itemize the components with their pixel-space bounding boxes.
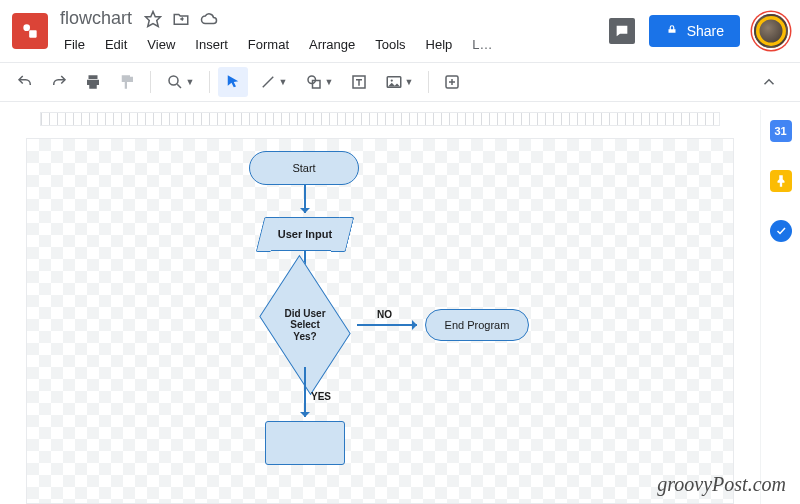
line-tool-dropdown[interactable]: ▼ <box>252 67 294 97</box>
drawing-canvas[interactable]: Start User Input Did User Select Yes? NO… <box>26 138 734 504</box>
chevron-down-icon: ▼ <box>186 77 195 87</box>
edge-label-no: NO <box>377 309 392 320</box>
flowchart-input-node[interactable]: User Input <box>270 217 340 251</box>
menu-help[interactable]: Help <box>418 33 461 56</box>
select-tool-icon[interactable] <box>218 67 248 97</box>
flowchart-input-label: User Input <box>278 228 332 240</box>
svg-rect-1 <box>29 30 36 37</box>
flowchart-decision-label: Did User Select Yes? <box>259 289 351 361</box>
flowchart-start-label: Start <box>292 162 315 174</box>
paint-format-icon[interactable] <box>112 67 142 97</box>
svg-rect-3 <box>618 28 625 29</box>
menu-file[interactable]: File <box>56 33 93 56</box>
menu-more[interactable]: L… <box>464 33 500 56</box>
comments-icon[interactable] <box>609 18 635 44</box>
horizontal-ruler <box>40 112 720 126</box>
menu-edit[interactable]: Edit <box>97 33 135 56</box>
toolbar: ▼ ▼ ▼ ▼ <box>0 62 800 102</box>
move-to-folder-icon[interactable] <box>172 10 190 28</box>
star-icon[interactable] <box>144 10 162 28</box>
svg-point-0 <box>23 24 30 31</box>
connector-decision-no[interactable] <box>357 324 417 326</box>
flowchart-start-node[interactable]: Start <box>249 151 359 185</box>
shape-tool-dropdown[interactable]: ▼ <box>298 67 340 97</box>
print-icon[interactable] <box>78 67 108 97</box>
menu-view[interactable]: View <box>139 33 183 56</box>
menu-bar: File Edit View Insert Format Arrange Too… <box>56 33 601 56</box>
image-tool-dropdown[interactable]: ▼ <box>378 67 420 97</box>
undo-icon[interactable] <box>10 67 40 97</box>
share-button[interactable]: Share <box>649 15 740 47</box>
svg-point-5 <box>169 76 178 85</box>
cloud-status-icon[interactable] <box>200 10 218 28</box>
svg-marker-2 <box>146 11 161 26</box>
textbox-tool-icon[interactable] <box>344 67 374 97</box>
menu-arrange[interactable]: Arrange <box>301 33 363 56</box>
connector-decision-yes[interactable] <box>304 367 306 417</box>
svg-line-7 <box>262 77 273 88</box>
svg-point-14 <box>390 79 392 81</box>
menu-insert[interactable]: Insert <box>187 33 236 56</box>
menu-tools[interactable]: Tools <box>367 33 413 56</box>
edge-label-yes: YES <box>311 391 331 402</box>
connector-start-to-input[interactable] <box>304 185 306 213</box>
side-panel: 31 <box>760 110 800 504</box>
drawings-doc-icon[interactable] <box>12 13 48 49</box>
tasks-addon-icon[interactable] <box>770 220 792 242</box>
flowchart-process-node[interactable] <box>265 421 345 465</box>
svg-rect-9 <box>312 81 320 89</box>
menu-format[interactable]: Format <box>240 33 297 56</box>
flowchart-end-label: End Program <box>445 319 510 331</box>
flowchart-end-node[interactable]: End Program <box>425 309 529 341</box>
collapse-toolbar-icon[interactable] <box>754 67 784 97</box>
redo-icon[interactable] <box>44 67 74 97</box>
calendar-addon-icon[interactable]: 31 <box>770 120 792 142</box>
workspace: Start User Input Did User Select Yes? NO… <box>0 110 760 504</box>
zoom-dropdown[interactable]: ▼ <box>159 67 201 97</box>
flowchart-decision-node[interactable]: Did User Select Yes? <box>259 289 351 361</box>
keep-addon-icon[interactable] <box>770 170 792 192</box>
share-button-label: Share <box>687 23 724 39</box>
header-bar: flowchart File Edit View Insert Format A… <box>0 0 800 56</box>
account-avatar[interactable] <box>754 14 788 48</box>
document-title[interactable]: flowchart <box>56 6 136 31</box>
insert-more-icon[interactable] <box>437 67 467 97</box>
svg-rect-4 <box>618 30 623 31</box>
svg-line-6 <box>177 84 181 88</box>
